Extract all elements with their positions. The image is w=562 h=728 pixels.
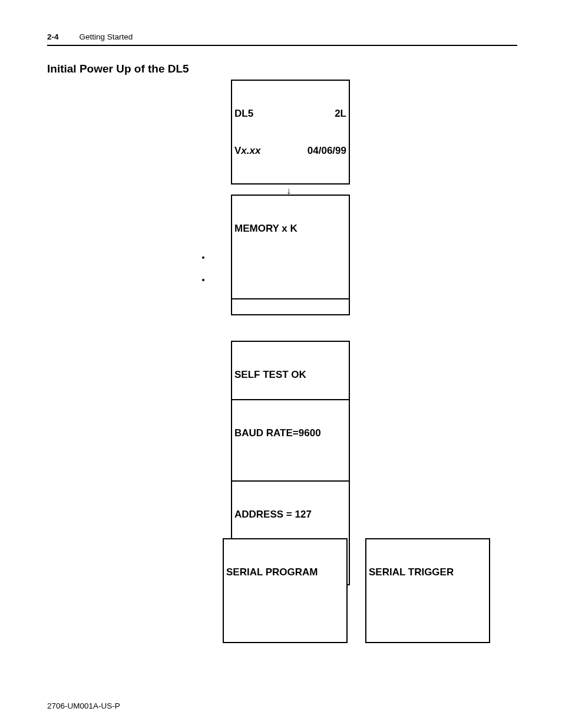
lcd-memory-text: MEMORY x K <box>234 222 346 235</box>
section-label: Getting Started <box>80 32 133 41</box>
lcd-intro-version: Vx.xx <box>234 144 260 157</box>
lcd-memory: MEMORY x K <box>231 195 350 299</box>
page-number: 2-4 <box>47 32 59 41</box>
lcd-serial-trigger: SERIAL TRIGGER <box>365 538 490 643</box>
lcd-intro-date: 04/06/99 <box>308 144 346 157</box>
bullet-list <box>201 252 211 282</box>
lcd-address-text: ADDRESS = 127 <box>234 508 346 521</box>
header-rule <box>47 45 517 46</box>
lcd-intro: DL5 2L Vx.xx 04/06/99 <box>231 80 350 185</box>
lcd-baud-text: BAUD RATE=9600 <box>234 427 346 439</box>
lcd-selftest-text: SELF TEST OK <box>234 368 346 381</box>
page-title: Initial Power Up of the DL5 <box>47 62 517 75</box>
lcd-serial-program-text: SERIAL PROGRAM <box>226 566 344 578</box>
lcd-serial-trigger-text: SERIAL TRIGGER <box>369 566 487 578</box>
lcd-intro-lines: 2L <box>335 107 346 120</box>
lcd-serial-program: SERIAL PROGRAM <box>223 538 348 643</box>
page-header: 2-4 Getting Started <box>47 32 517 41</box>
footer-doc-id: 2706-UM001A-US-P <box>47 701 120 710</box>
lcd-intro-model: DL5 <box>234 107 253 120</box>
